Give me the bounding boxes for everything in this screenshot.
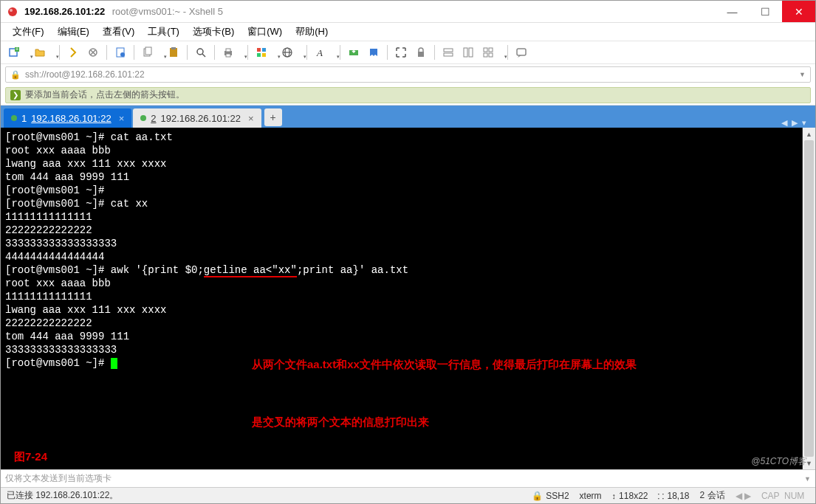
svg-rect-16 <box>257 48 261 52</box>
watermark: @51CTO博客 <box>751 455 806 468</box>
status-cursor: ⸬ 18,18 <box>658 491 689 501</box>
minimize-button[interactable]: — <box>716 1 749 22</box>
tab-close-icon[interactable]: × <box>248 113 254 124</box>
titlebar-text: 192.168.26.101:22 root@vms001:~ - Xshell… <box>24 6 716 17</box>
help-button[interactable] <box>512 44 530 61</box>
layout-horizontal-button[interactable] <box>439 44 457 61</box>
status-size: 118x22 <box>612 491 648 501</box>
transfer-button[interactable] <box>345 44 363 61</box>
svg-rect-32 <box>489 53 493 57</box>
tab-number: 1 <box>21 113 27 124</box>
font-button[interactable]: A <box>312 44 335 61</box>
disconnect-button[interactable] <box>84 44 102 61</box>
prompt: [root@vms001 ~]# <box>5 357 111 369</box>
svg-rect-29 <box>484 48 487 52</box>
svg-rect-19 <box>262 53 266 57</box>
layout-grid-button[interactable] <box>479 44 503 61</box>
lock-icon: 🔒 <box>10 70 21 80</box>
status-nav[interactable]: ◀ ▶ <box>736 491 751 501</box>
menu-view[interactable]: 查看(V) <box>97 24 140 40</box>
terminal-cmd: cat aa.txt <box>111 131 173 143</box>
compose-dropdown-icon[interactable]: ▼ <box>804 475 811 483</box>
maximize-button[interactable]: ☐ <box>749 1 782 22</box>
svg-rect-28 <box>469 48 473 57</box>
layout-vertical-button[interactable] <box>459 44 477 61</box>
prompt: [root@vms001 ~]# <box>5 184 104 196</box>
menu-tabs[interactable]: 选项卡(B) <box>187 24 240 40</box>
svg-rect-17 <box>262 48 266 52</box>
close-button[interactable]: ✕ <box>782 1 815 22</box>
status-protocol: 🔒 SSH2 <box>532 491 569 501</box>
tab-session-1[interactable]: 1 192.168.26.101:22 × <box>4 108 131 128</box>
svg-rect-30 <box>489 48 493 52</box>
prompt: [root@vms001 ~]# <box>5 264 111 276</box>
copy-button[interactable] <box>139 44 162 61</box>
svg-point-12 <box>197 49 203 55</box>
terminal[interactable]: [root@vms001 ~]# cat aa.txt root xxx aaa… <box>1 128 803 469</box>
menubar: 文件(F) 编辑(E) 查看(V) 工具(T) 选项卡(B) 窗口(W) 帮助(… <box>1 23 815 41</box>
new-session-button[interactable]: + <box>5 44 29 61</box>
toolbar: + A <box>1 41 815 64</box>
tab-session-2[interactable]: 2 192.168.26.101:22 × <box>133 108 261 128</box>
prompt: [root@vms001 ~]# <box>5 198 111 210</box>
menu-help[interactable]: 帮助(H) <box>289 24 334 40</box>
svg-rect-14 <box>226 49 230 52</box>
svg-rect-9 <box>145 47 151 55</box>
lock-button[interactable] <box>412 44 430 61</box>
titlebar-path: root@vms001:~ - Xshell 5 <box>112 6 223 17</box>
encoding-button[interactable] <box>278 44 302 61</box>
menu-file[interactable]: 文件(F) <box>7 24 50 40</box>
svg-rect-15 <box>226 54 230 57</box>
print-button[interactable] <box>219 44 243 61</box>
address-input[interactable]: 🔒 ssh://root@192.168.26.101:22 ▼ <box>5 66 811 83</box>
tab-label: 192.168.26.101:22 <box>31 113 111 124</box>
terminal-line: tom 444 aaa 9999 111 <box>5 331 129 342</box>
app-window: 192.168.26.101:22 root@vms001:~ - Xshell… <box>0 0 816 504</box>
terminal-line: lwang aaa xxx 111 xxx xxxx <box>5 158 166 170</box>
terminal-line: 22222222222222 <box>5 224 92 236</box>
fullscreen-button[interactable] <box>392 44 410 61</box>
add-session-arrow-icon[interactable]: ❯ <box>10 90 21 100</box>
terminal-line: root xxx aaaa bbb <box>5 277 111 289</box>
terminal-line: 333333333333333333 <box>5 344 117 356</box>
reconnect-button[interactable] <box>64 44 82 61</box>
infobar-message: 要添加当前会话，点击左侧的箭头按钮。 <box>25 89 185 101</box>
tab-add-button[interactable]: + <box>264 108 282 126</box>
address-dropdown-icon[interactable]: ▼ <box>799 71 806 78</box>
menu-window[interactable]: 窗口(W) <box>241 24 288 40</box>
svg-rect-18 <box>257 53 261 57</box>
menu-edit[interactable]: 编辑(E) <box>52 24 95 40</box>
scroll-up-icon[interactable]: ▲ <box>803 128 815 140</box>
status-caps: CAP NUM <box>761 491 809 501</box>
tab-prev-icon[interactable]: ◀ <box>781 118 787 128</box>
scroll-thumb[interactable] <box>804 140 814 457</box>
terminal-line: 11111111111111 <box>5 211 92 223</box>
menu-tools[interactable]: 工具(T) <box>142 24 185 40</box>
terminal-cmd: cat xx <box>111 198 148 210</box>
addressbar: 🔒 ssh://root@192.168.26.101:22 ▼ <box>1 64 815 85</box>
tab-close-icon[interactable]: × <box>119 113 125 124</box>
svg-rect-24 <box>418 52 424 57</box>
tab-next-icon[interactable]: ▶ <box>792 118 798 128</box>
properties-button[interactable] <box>112 44 129 61</box>
find-button[interactable] <box>192 44 210 61</box>
tabstrip: 1 192.168.26.101:22 × 2 192.168.26.101:2… <box>1 106 815 128</box>
titlebar: 192.168.26.101:22 root@vms001:~ - Xshell… <box>1 1 815 23</box>
svg-rect-27 <box>464 48 467 57</box>
scroll-track[interactable] <box>803 140 815 457</box>
compose-bar[interactable]: 仅将文本发送到当前选项卡 ▼ <box>1 469 815 487</box>
svg-point-0 <box>8 7 17 16</box>
color-scheme-button[interactable] <box>253 44 276 61</box>
cursor-icon <box>111 358 117 369</box>
svg-rect-11 <box>171 47 176 49</box>
svg-rect-31 <box>484 53 487 57</box>
svg-rect-26 <box>444 53 453 56</box>
compose-placeholder: 仅将文本发送到当前选项卡 <box>5 472 112 485</box>
tab-menu-icon[interactable]: ▾ <box>802 118 806 128</box>
paste-button[interactable] <box>165 44 182 61</box>
terminal-scrollbar[interactable]: ▲ ▼ <box>803 128 815 469</box>
script-button[interactable] <box>365 44 383 61</box>
annotation-text: 从两个文件aa.txt和xx文件中依次读取一行信息，使得最后打印在屏幕上的效果 … <box>252 317 669 469</box>
open-button[interactable] <box>31 44 55 61</box>
terminal-line: 333333333333333333 <box>5 238 117 249</box>
